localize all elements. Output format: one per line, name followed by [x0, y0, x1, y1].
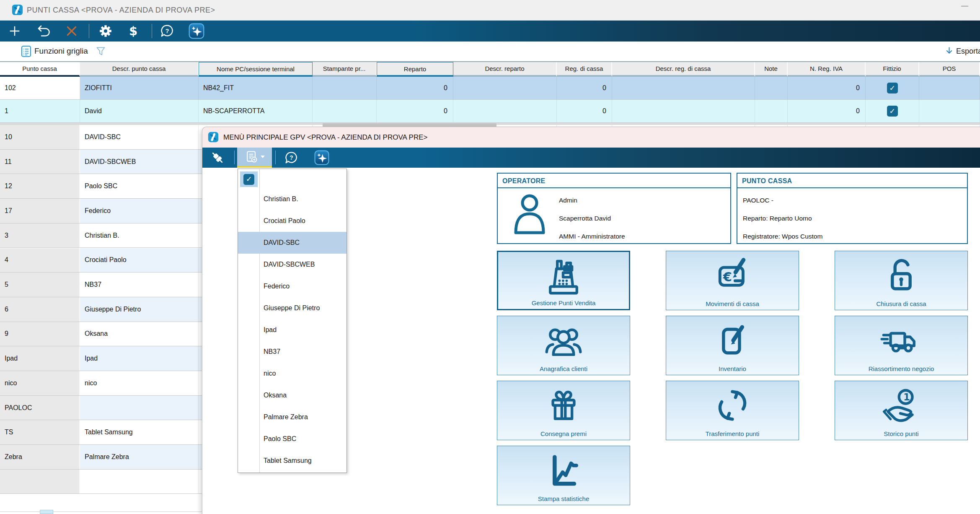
column-header-n-reg-iva[interactable]: N. Reg. IVA: [788, 62, 866, 77]
horizontal-scrollbar-thumb[interactable]: [323, 123, 496, 127]
column-header-note[interactable]: Note: [755, 62, 788, 77]
cell-descr-punto-cassa[interactable]: ZIOFITTI: [80, 77, 199, 99]
tile-riassortimento-negozio[interactable]: Riassortimento negozio: [835, 316, 968, 375]
column-header-nome-pc-sessione-terminal[interactable]: Nome PC/sessione terminal: [199, 62, 313, 77]
cell-punto-cassa[interactable]: Ipad: [0, 346, 80, 371]
tile-trasferimento-punti[interactable]: Trasferimento punti: [666, 381, 799, 440]
cell-descr-reg-di-cassa[interactable]: [612, 100, 755, 122]
dropdown-item-oksana[interactable]: Oksana: [238, 384, 346, 406]
cell-descr-punto-cassa[interactable]: NB37: [80, 273, 199, 297]
cell-punto-cassa[interactable]: 9: [0, 322, 80, 346]
cell-reparto[interactable]: 0: [377, 77, 453, 99]
column-header-punto-cassa[interactable]: Punto cassa: [0, 62, 80, 77]
cell-descr-punto-cassa[interactable]: Oksana: [80, 322, 199, 346]
cell-descr-punto-cassa[interactable]: Tablet Samsung: [80, 420, 199, 444]
cell-fittizio[interactable]: ✓: [866, 100, 919, 122]
cell-punto-cassa[interactable]: [0, 470, 80, 494]
cell-reg-di-cassa[interactable]: 0: [557, 77, 612, 99]
fittizio-checkbox[interactable]: ✓: [887, 83, 898, 93]
settings-gear-button[interactable]: [97, 21, 114, 42]
bottom-scrollbar-thumb[interactable]: [40, 510, 53, 514]
cell-pos[interactable]: [919, 77, 980, 99]
cell-reg-di-cassa[interactable]: 0: [557, 100, 612, 122]
cell-descr-punto-cassa[interactable]: David: [80, 100, 199, 122]
dropdown-item-tablet-samsung[interactable]: Tablet Samsung: [238, 450, 346, 472]
cell-punto-cassa[interactable]: 102: [0, 77, 80, 99]
cell-punto-cassa[interactable]: nico: [0, 371, 80, 395]
dropdown-item-nb37[interactable]: NB37: [238, 341, 346, 363]
cell-punto-cassa[interactable]: 4: [0, 248, 80, 273]
cell-punto-cassa[interactable]: PAOLOC: [0, 396, 80, 420]
column-header-pos[interactable]: POS: [919, 62, 980, 77]
column-header-reparto[interactable]: Reparto: [377, 62, 453, 77]
cell-punto-cassa[interactable]: 6: [0, 297, 80, 322]
ai-sparkle-button[interactable]: [187, 21, 206, 42]
tile-chiusura-di-cassa[interactable]: Chiusura di cassa: [835, 251, 968, 310]
cell-n-reg-iva[interactable]: 0: [788, 77, 866, 99]
cell-punto-cassa[interactable]: 17: [0, 199, 80, 223]
cell-descr-reparto[interactable]: [453, 100, 557, 122]
fittizio-checkbox[interactable]: ✓: [887, 106, 898, 117]
cell-stampante-pr[interactable]: [313, 100, 377, 122]
main-titlebar[interactable]: PUNTI CASSA <PROVA - AZIENDA DI PROVA PR…: [0, 0, 980, 21]
minimize-button[interactable]: —: [961, 2, 968, 10]
cell-nome-pc-sessione-terminal[interactable]: NB42_FIT: [199, 77, 313, 99]
cell-descr-punto-cassa[interactable]: Federico: [80, 199, 199, 223]
dropdown-checkbox-cell[interactable]: ✓: [240, 171, 258, 187]
dropdown-item-christian-b[interactable]: Christian B.: [238, 188, 346, 210]
dropdown-item-paolo-sbc[interactable]: Paolo SBC: [238, 428, 346, 450]
plug-connector-button[interactable]: [208, 148, 227, 168]
cell-stampante-pr[interactable]: [313, 77, 377, 99]
currency-dollar-button[interactable]: $: [125, 21, 141, 42]
cell-reparto[interactable]: 0: [377, 100, 453, 122]
dropdown-item-nico[interactable]: nico: [238, 363, 346, 384]
cell-note[interactable]: [755, 100, 788, 122]
ai-sparkle-button[interactable]: [312, 148, 331, 168]
terminal-filter-checkbox[interactable]: ✓: [243, 174, 254, 185]
dropdown-item-david-sbc[interactable]: DAVID-SBC: [238, 232, 346, 254]
cell-descr-reparto[interactable]: [453, 77, 557, 99]
dropdown-item-david-sbcweb[interactable]: DAVID-SBCWEB: [238, 254, 346, 275]
cell-descr-punto-cassa[interactable]: [80, 470, 199, 494]
export-button[interactable]: Esporta: [945, 42, 980, 61]
dropdown-item-ipad[interactable]: Ipad: [238, 319, 346, 341]
cell-punto-cassa[interactable]: TS: [0, 420, 80, 444]
cell-nome-pc-sessione-terminal[interactable]: NB-SCAPERROTTA: [199, 100, 313, 122]
cell-descr-punto-cassa[interactable]: Giuseppe Di Pietro: [80, 297, 199, 322]
help-button[interactable]: ?: [159, 21, 176, 42]
undo-button[interactable]: [35, 21, 52, 42]
terminal-list-dropdown-button[interactable]: [237, 148, 272, 166]
dropdown-item-crociati-paolo[interactable]: Crociati Paolo: [238, 210, 346, 232]
cell-punto-cassa[interactable]: 10: [0, 125, 80, 149]
funzioni-griglia-label[interactable]: Funzioni griglia: [34, 42, 88, 61]
cell-descr-punto-cassa[interactable]: Ipad: [80, 346, 199, 371]
cell-punto-cassa[interactable]: 11: [0, 150, 80, 174]
tile-consegna-premi[interactable]: Consegna premi: [497, 381, 630, 440]
dropdown-item-palmare-zebra[interactable]: Palmare Zebra: [238, 406, 346, 428]
grid-row-1[interactable]: 1DavidNB-SCAPERROTTA000✓: [0, 100, 980, 123]
column-header-descr-reparto[interactable]: Descr. reparto: [453, 62, 557, 77]
cell-n-reg-iva[interactable]: 0: [788, 100, 866, 122]
dropdown-item-giuseppe-di-pietro[interactable]: Giuseppe Di Pietro: [238, 297, 346, 319]
cell-punto-cassa[interactable]: 12: [0, 174, 80, 198]
dropdown-item-federico[interactable]: Federico: [238, 275, 346, 297]
tile-storico-punti[interactable]: 1Storico punti: [835, 381, 968, 440]
column-header-fittizio[interactable]: Fittizio: [866, 62, 919, 77]
tile-gestione-punti-vendita[interactable]: Gestione Punti Vendita: [497, 251, 630, 310]
bottom-scrollbar-track[interactable]: [0, 511, 202, 512]
cell-note[interactable]: [755, 77, 788, 99]
add-button[interactable]: [8, 21, 22, 42]
tile-stampa-statistiche[interactable]: Stampa statistiche: [497, 446, 630, 505]
tile-inventario[interactable]: Inventario: [666, 316, 799, 375]
cell-punto-cassa[interactable]: 5: [0, 273, 80, 297]
grid-row-102[interactable]: 102ZIOFITTINB42_FIT000✓: [0, 77, 980, 100]
cell-descr-reg-di-cassa[interactable]: [612, 77, 755, 99]
cell-punto-cassa[interactable]: 3: [0, 223, 80, 248]
cell-fittizio[interactable]: ✓: [866, 77, 919, 99]
cell-descr-punto-cassa[interactable]: nico: [80, 371, 199, 395]
cell-punto-cassa[interactable]: 1: [0, 100, 80, 122]
cell-descr-punto-cassa[interactable]: Crociati Paolo: [80, 248, 199, 273]
column-header-descr-punto-cassa[interactable]: Descr. punto cassa: [80, 62, 199, 77]
menu-window-titlebar[interactable]: MENÙ PRINCIPALE GPV <PROVA - AZIENDA DI …: [202, 127, 980, 148]
cell-descr-punto-cassa[interactable]: [80, 396, 199, 420]
